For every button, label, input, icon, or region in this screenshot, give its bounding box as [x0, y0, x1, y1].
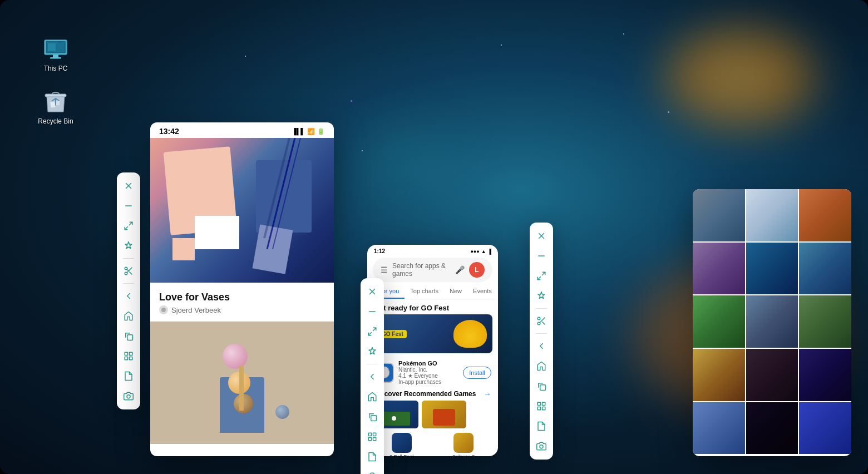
svg-rect-5 — [48, 43, 56, 51]
grid-btn-1[interactable] — [120, 347, 137, 365]
copy-btn-2[interactable] — [363, 408, 381, 426]
expand-btn-2[interactable] — [363, 323, 381, 340]
window-store: 1:12 ●●● ▲ ▐ ☰ Search for apps & games 🎤… — [367, 245, 498, 456]
gallery-photo-5[interactable] — [799, 243, 851, 295]
subway-card[interactable]: Subway S Arcade 4.4 ★ — [435, 433, 493, 456]
store-tabs: For you Top charts New Events — [367, 284, 498, 299]
camera-btn-3[interactable] — [532, 437, 550, 455]
gallery-photo-9[interactable] — [693, 349, 745, 401]
pin-btn-1[interactable] — [120, 237, 137, 255]
home-btn-3[interactable] — [532, 357, 550, 375]
svg-rect-2 — [53, 55, 58, 57]
clash-game-thumb[interactable] — [422, 401, 466, 428]
store-signal-icon: ●●● — [470, 249, 479, 254]
back-btn-3[interactable] — [532, 337, 550, 355]
close-btn-2[interactable] — [363, 283, 381, 300]
gallery-photo-10[interactable] — [746, 349, 798, 401]
mic-icon: 🎤 — [455, 265, 465, 274]
camera-btn-2[interactable] — [363, 468, 381, 474]
desktop-icon-recycle-bin[interactable]: Recycle Bin — [33, 86, 78, 127]
doc-btn-2[interactable] — [363, 448, 381, 466]
doc-btn-3[interactable] — [532, 417, 550, 435]
home-btn-1[interactable] — [120, 307, 137, 325]
store-avatar-letter: L — [475, 266, 479, 274]
tab-top-charts[interactable]: Top charts — [405, 284, 444, 299]
close-btn-1[interactable] — [120, 177, 137, 195]
expand-btn-3[interactable] — [532, 267, 550, 285]
tab-new[interactable]: New — [444, 284, 467, 299]
home-btn-2[interactable] — [363, 388, 381, 406]
gallery-grid — [693, 189, 851, 454]
gallery-photo-13[interactable] — [746, 402, 798, 455]
pin-btn-2[interactable] — [363, 343, 381, 361]
back-btn-2[interactable] — [363, 368, 381, 386]
sculpture-small-ball — [275, 405, 289, 419]
status-bar-art: 13:42 ▐▌▌ 📶 🔋 — [150, 122, 334, 138]
minimize-btn-1[interactable] — [120, 197, 137, 215]
svg-rect-21 — [130, 352, 132, 355]
camera-btn-1[interactable] — [120, 387, 137, 405]
scissors-btn-1[interactable] — [120, 262, 137, 280]
gallery-photo-2[interactable] — [799, 189, 851, 241]
close-btn-3[interactable] — [532, 227, 550, 245]
desktop-icon-this-pc[interactable]: This PC — [33, 33, 78, 75]
battery-icon: 🔋 — [317, 128, 325, 135]
art-shape-3 — [195, 216, 239, 249]
author-dot — [159, 305, 168, 314]
store-go-fest-banner[interactable]: GO Fest — [373, 314, 492, 353]
gallery-photo-12[interactable] — [693, 402, 745, 455]
svg-point-28 — [161, 308, 166, 312]
svg-rect-38 — [373, 438, 376, 441]
minimize-btn-3[interactable] — [532, 247, 550, 265]
store-search-bar[interactable]: ☰ Search for apps & games 🎤 L — [373, 258, 492, 282]
tab-events[interactable]: Events — [467, 284, 497, 299]
window-art: 13:42 ▐▌▌ 📶 🔋 Love for Vases — [150, 122, 334, 456]
art-second-image[interactable] — [150, 322, 334, 444]
pin-btn-3[interactable] — [532, 287, 550, 305]
svg-rect-6 — [45, 94, 66, 97]
minimize-btn-2[interactable] — [363, 303, 381, 320]
game-thumbnails — [367, 401, 498, 433]
gallery-photo-11[interactable] — [799, 349, 851, 401]
back-btn-1[interactable] — [120, 287, 137, 305]
divider-5 — [536, 333, 547, 334]
store-search-text: Search for apps & games — [392, 262, 451, 278]
game-app-row: 8 Ball Pool Sports • Billiards 4.4 ★ Sub… — [367, 433, 498, 456]
scissors-btn-3[interactable] — [532, 312, 550, 330]
grid-btn-3[interactable] — [532, 397, 550, 415]
gallery-photo-4[interactable] — [746, 243, 798, 295]
expand-btn-1[interactable] — [120, 217, 137, 235]
grid-btn-2[interactable] — [363, 428, 381, 446]
store-avatar[interactable]: L — [469, 262, 485, 278]
gallery-photo-3[interactable] — [693, 243, 745, 295]
install-button[interactable]: Install — [463, 367, 491, 379]
svg-line-44 — [537, 277, 540, 280]
gallery-photo-1[interactable] — [746, 189, 798, 241]
pokemon-go-details: Pokémon GO Niantic, Inc. 4.1 ★ Everyone … — [398, 360, 458, 385]
pokemon-go-dev: Niantic, Inc. — [398, 367, 458, 373]
gallery-photo-6[interactable] — [693, 295, 745, 348]
gallery-photo-14[interactable] — [799, 402, 851, 455]
divider-3 — [367, 364, 378, 364]
this-pc-icon-image — [42, 36, 69, 62]
nebula-decoration — [657, 22, 823, 134]
svg-point-24 — [127, 395, 130, 398]
pikachu-image — [453, 320, 487, 348]
svg-line-18 — [127, 269, 129, 271]
doc-btn-1[interactable] — [120, 367, 137, 385]
pokemon-go-row: ⚪ Pokémon GO Niantic, Inc. 4.1 ★ Everyon… — [367, 358, 498, 387]
gallery-photo-0[interactable] — [693, 189, 745, 241]
svg-rect-35 — [368, 433, 371, 436]
copy-btn-3[interactable] — [532, 377, 550, 395]
ball-pool-icon — [392, 433, 412, 453]
toolbar-1 — [117, 172, 140, 409]
this-pc-label: This PC — [44, 65, 68, 72]
gallery-photo-7[interactable] — [746, 295, 798, 348]
gallery-photo-8[interactable] — [799, 295, 851, 348]
store-status-bar: 1:12 ●●● ▲ ▐ — [367, 245, 498, 255]
wifi-icon: 📶 — [307, 128, 315, 135]
art-info: Love for Vases Sjoerd Verbeek — [150, 283, 334, 322]
svg-line-17 — [130, 272, 132, 274]
art-hero-image[interactable] — [150, 138, 334, 283]
copy-btn-1[interactable] — [120, 327, 137, 345]
